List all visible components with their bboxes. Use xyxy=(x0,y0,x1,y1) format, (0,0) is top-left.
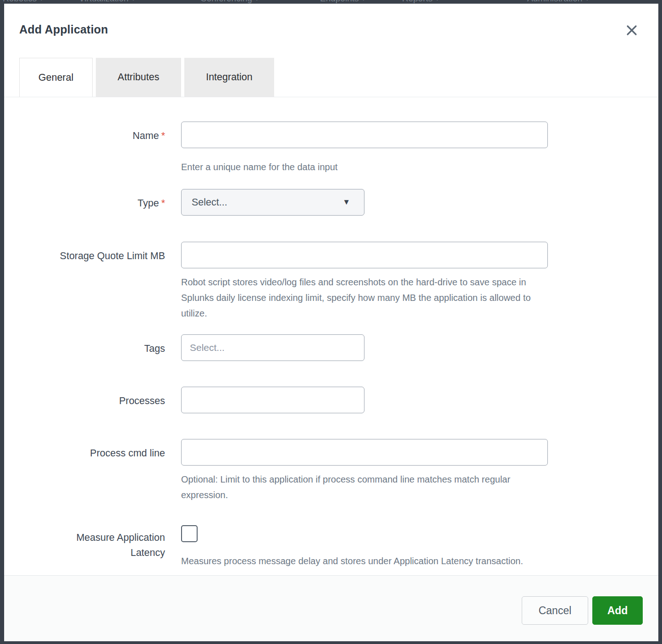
tab-attributes[interactable]: Attributes xyxy=(96,58,181,97)
required-asterisk: * xyxy=(161,198,165,209)
close-icon xyxy=(626,24,638,38)
name-help-text: Enter a unique name for the data input xyxy=(181,159,552,175)
process-cmd-label: Process cmd line xyxy=(4,439,181,461)
caret-down-icon: ▾ xyxy=(362,0,365,2)
processes-input[interactable] xyxy=(181,387,364,413)
processes-label: Processes xyxy=(4,387,181,409)
name-label: Name* xyxy=(4,122,181,144)
caret-down-icon: ▾ xyxy=(436,0,439,2)
process-cmd-field-row: Process cmd line Optional: Limit to this… xyxy=(4,439,658,503)
type-select-value: Select... xyxy=(192,197,227,208)
latency-label: Measure Application Latency xyxy=(4,525,181,561)
caret-down-icon: ▾ xyxy=(255,0,259,2)
type-select[interactable]: Select... ▼ xyxy=(181,189,364,216)
type-field-row: Type* Select... ▼ xyxy=(4,189,658,216)
storage-field-row: Storage Quote Limit MB Robot script stor… xyxy=(4,242,658,321)
tab-bar: General Attributes Integration xyxy=(19,58,274,97)
tags-label: Tags xyxy=(4,334,181,356)
tags-field-row: Tags xyxy=(4,334,658,361)
storage-help-text: Robot script stores video/log files and … xyxy=(181,274,552,321)
name-field-row: Name* Enter a unique name for the data i… xyxy=(4,122,658,175)
add-application-modal: Add Application General Attributes Integ… xyxy=(4,4,658,641)
required-asterisk: * xyxy=(161,130,165,141)
add-button[interactable]: Add xyxy=(592,596,643,625)
storage-label: Storage Quote Limit MB xyxy=(4,242,181,264)
tags-select[interactable] xyxy=(181,334,364,361)
tab-general[interactable]: General xyxy=(19,58,93,97)
latency-field-row: Measure Application Latency Measures pro… xyxy=(4,525,658,569)
caret-down-icon: ▾ xyxy=(40,0,43,2)
tab-integration[interactable]: Integration xyxy=(184,58,274,97)
processes-field-row: Processes xyxy=(4,387,658,413)
name-input[interactable] xyxy=(181,122,548,148)
modal-title: Add Application xyxy=(19,23,108,36)
process-cmd-help-text: Optional: Limit to this application if p… xyxy=(181,472,552,503)
modal-footer: Cancel Add xyxy=(4,575,658,641)
process-cmd-input[interactable] xyxy=(181,439,548,466)
measure-latency-checkbox[interactable] xyxy=(181,525,198,542)
caret-down-icon: ▾ xyxy=(132,0,135,2)
caret-down-icon: ▾ xyxy=(585,0,589,2)
storage-quota-input[interactable] xyxy=(181,242,548,268)
caret-down-icon: ▼ xyxy=(342,198,350,207)
latency-help-text: Measures process message delay and store… xyxy=(181,553,552,569)
general-tab-panel: Name* Enter a unique name for the data i… xyxy=(4,97,658,575)
close-button[interactable] xyxy=(623,23,640,39)
cancel-button[interactable]: Cancel xyxy=(522,596,588,625)
type-label: Type* xyxy=(4,189,181,211)
